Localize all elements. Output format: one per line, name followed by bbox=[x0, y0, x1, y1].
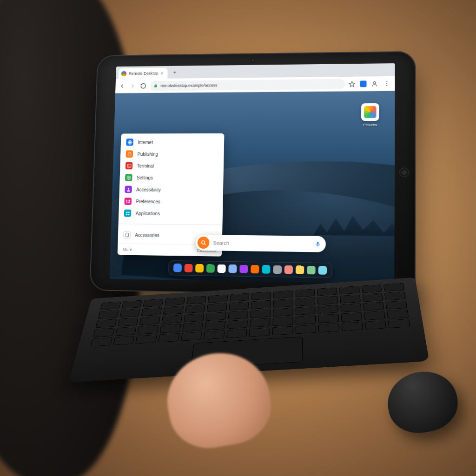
dock-app-icon[interactable] bbox=[251, 265, 259, 274]
launcher-item-preferences[interactable]: Preferences bbox=[119, 195, 223, 208]
key[interactable] bbox=[100, 302, 121, 310]
key[interactable] bbox=[230, 293, 250, 302]
key[interactable] bbox=[273, 308, 293, 317]
key[interactable] bbox=[296, 315, 316, 324]
key[interactable] bbox=[273, 290, 293, 298]
address-bar[interactable]: remotedesktop.example/access bbox=[150, 79, 345, 90]
key[interactable] bbox=[365, 320, 387, 330]
extension-icon[interactable] bbox=[360, 80, 366, 87]
key[interactable] bbox=[296, 306, 316, 315]
key[interactable] bbox=[139, 316, 160, 325]
dock-app-icon[interactable] bbox=[239, 264, 248, 273]
launcher-item-publishing[interactable]: Publishing bbox=[120, 148, 224, 160]
key[interactable] bbox=[141, 307, 162, 316]
launcher-footer-left[interactable]: More bbox=[123, 247, 132, 252]
key[interactable] bbox=[342, 322, 363, 331]
dock-app-icon[interactable] bbox=[195, 264, 204, 272]
key[interactable] bbox=[98, 310, 119, 319]
key[interactable] bbox=[91, 337, 112, 347]
key[interactable] bbox=[251, 292, 271, 300]
kebab-menu-icon[interactable] bbox=[383, 79, 391, 87]
key[interactable] bbox=[135, 335, 157, 344]
key[interactable] bbox=[227, 320, 248, 329]
dock-app-icon[interactable] bbox=[262, 265, 270, 274]
key[interactable] bbox=[205, 321, 225, 330]
key[interactable] bbox=[186, 296, 206, 304]
key[interactable] bbox=[296, 289, 316, 297]
key[interactable] bbox=[363, 302, 384, 311]
key[interactable] bbox=[296, 324, 317, 334]
key[interactable] bbox=[207, 303, 227, 312]
bookmark-star-icon[interactable] bbox=[348, 79, 356, 88]
dock-app-icon[interactable] bbox=[228, 264, 237, 273]
key[interactable] bbox=[362, 293, 383, 302]
key[interactable] bbox=[115, 327, 137, 336]
key[interactable] bbox=[386, 300, 407, 309]
dock-app-icon[interactable] bbox=[307, 266, 316, 275]
key[interactable] bbox=[160, 324, 181, 333]
key[interactable] bbox=[204, 331, 225, 340]
key[interactable] bbox=[161, 315, 182, 324]
key[interactable] bbox=[163, 306, 183, 315]
key[interactable] bbox=[384, 291, 406, 300]
dock-app-icon[interactable] bbox=[273, 265, 281, 274]
key[interactable] bbox=[182, 323, 203, 331]
key[interactable] bbox=[318, 314, 339, 323]
key[interactable] bbox=[317, 296, 338, 305]
key[interactable] bbox=[364, 311, 385, 320]
key[interactable] bbox=[361, 284, 382, 293]
key[interactable] bbox=[226, 329, 247, 338]
key[interactable] bbox=[339, 286, 360, 294]
key[interactable] bbox=[273, 317, 293, 325]
dock-app-icon[interactable] bbox=[318, 266, 327, 275]
key[interactable] bbox=[296, 298, 316, 306]
browser-tab-active[interactable]: Remote Desktop × bbox=[119, 68, 168, 79]
key[interactable] bbox=[318, 305, 338, 314]
key[interactable] bbox=[119, 309, 140, 317]
dock-app-icon[interactable] bbox=[184, 264, 192, 272]
key[interactable] bbox=[143, 299, 163, 307]
dock-app-icon[interactable] bbox=[206, 264, 215, 272]
tab-close-icon[interactable]: × bbox=[160, 71, 163, 76]
key[interactable] bbox=[184, 313, 205, 322]
key[interactable] bbox=[185, 304, 205, 313]
back-icon[interactable] bbox=[118, 82, 126, 90]
key[interactable] bbox=[95, 319, 117, 328]
key[interactable] bbox=[113, 336, 135, 345]
key[interactable] bbox=[181, 332, 202, 341]
key[interactable] bbox=[228, 311, 249, 319]
key[interactable] bbox=[318, 323, 339, 332]
remote-desktop-viewport[interactable]: Pictures InternetPublishingTerminalSetti… bbox=[110, 91, 395, 284]
desktop-search-bar[interactable] bbox=[196, 235, 326, 252]
launcher-item-terminal[interactable]: Terminal bbox=[120, 160, 224, 172]
key[interactable] bbox=[206, 312, 226, 321]
dock-app-icon[interactable] bbox=[218, 264, 226, 273]
microphone-icon[interactable] bbox=[314, 241, 323, 247]
key[interactable] bbox=[250, 318, 271, 327]
reload-icon[interactable] bbox=[139, 82, 148, 90]
key[interactable] bbox=[273, 299, 293, 308]
key[interactable] bbox=[317, 287, 337, 296]
key[interactable] bbox=[121, 300, 142, 309]
key[interactable] bbox=[93, 328, 114, 337]
forward-icon[interactable] bbox=[129, 82, 137, 90]
dock-app-icon[interactable] bbox=[173, 264, 182, 272]
key[interactable] bbox=[208, 295, 228, 303]
key[interactable] bbox=[340, 295, 360, 304]
key[interactable] bbox=[249, 328, 270, 337]
key[interactable] bbox=[229, 302, 249, 311]
desktop-shortcut[interactable]: Pictures bbox=[358, 103, 383, 127]
key[interactable] bbox=[251, 309, 271, 318]
home-button[interactable] bbox=[399, 168, 409, 177]
key[interactable] bbox=[340, 304, 361, 312]
launcher-item-internet[interactable]: Internet bbox=[121, 136, 225, 148]
key[interactable] bbox=[165, 298, 185, 306]
dock-app-icon[interactable] bbox=[284, 265, 293, 274]
new-tab-button[interactable]: + bbox=[170, 68, 179, 77]
key[interactable] bbox=[251, 300, 271, 309]
account-icon[interactable] bbox=[370, 79, 379, 88]
search-input[interactable] bbox=[213, 240, 311, 247]
key[interactable] bbox=[388, 319, 410, 328]
launcher-item-accessibility[interactable]: Accessibility bbox=[119, 184, 224, 196]
key[interactable] bbox=[383, 283, 404, 291]
